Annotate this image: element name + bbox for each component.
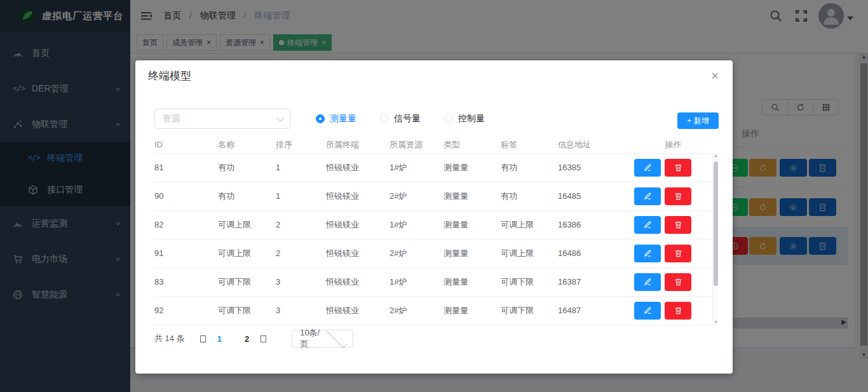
prev-page-button[interactable]	[200, 335, 206, 342]
resource-select[interactable]: 资源	[154, 109, 290, 129]
radio-label: 控制量	[458, 113, 485, 125]
chevron-down-icon	[327, 327, 348, 348]
cell-terminal: 恒锐镁业	[326, 210, 390, 239]
cell-tag: 可调下限	[501, 267, 558, 296]
cell-tag: 有功	[501, 182, 558, 210]
pagination-total: 共 14 条	[154, 333, 185, 344]
edit-button[interactable]	[634, 245, 661, 262]
radio-label: 信号量	[394, 113, 421, 125]
cell-resource: 2#炉	[390, 182, 444, 210]
col-header-id: ID	[154, 137, 218, 153]
edit-button[interactable]	[634, 302, 661, 320]
cell-terminal: 恒锐镁业	[326, 239, 390, 267]
cell-type: 测量量	[444, 296, 501, 325]
radio-label: 测量量	[330, 113, 356, 125]
page-size-select[interactable]: 10条/页	[292, 330, 353, 348]
terminal-model-table: ID 名称 排序 所属终端 所属资源 类型 标签 信息地址 操作 81 有功	[154, 137, 718, 325]
radio-signal[interactable]: 信号量	[380, 113, 421, 125]
cell-id: 92	[154, 296, 218, 325]
cell-tag: 可调下限	[501, 296, 558, 325]
cell-tag: 有功	[501, 153, 558, 182]
table-scrollbar[interactable]: ▲ ▼	[712, 153, 718, 325]
scroll-up-icon[interactable]: ▲	[713, 154, 719, 158]
cell-name: 有功	[218, 153, 276, 182]
type-radio-group: 测量量 信号量 控制量	[316, 109, 485, 129]
delete-button[interactable]	[665, 159, 691, 177]
cell-address: 16487	[558, 296, 634, 325]
cell-resource: 1#炉	[390, 267, 444, 296]
edit-button[interactable]	[634, 159, 661, 177]
cell-terminal: 恒锐镁业	[326, 296, 390, 325]
cell-resource: 2#炉	[390, 296, 444, 325]
cell-id: 91	[154, 239, 218, 267]
page-number-2[interactable]: 2	[245, 334, 249, 344]
table-row: 92 可调下限 3 恒锐镁业 2#炉 测量量 可调下限 16487	[154, 296, 712, 325]
cell-terminal: 恒锐镁业	[326, 267, 390, 296]
cell-address: 16386	[558, 210, 634, 239]
cell-order: 2	[276, 239, 326, 267]
cell-order: 1	[276, 153, 326, 182]
cell-address: 16387	[558, 267, 634, 296]
page-number-1[interactable]: 1	[217, 334, 222, 344]
cell-order: 2	[276, 210, 326, 239]
cell-type: 测量量	[444, 267, 501, 296]
terminal-model-dialog: 终端模型 × 资源 测量量 信号量 控制量 + 新增	[135, 60, 733, 374]
app-root: 虚拟电厂运营平台 首页 </> DER管理 物联管理	[0, 0, 868, 392]
cell-id: 83	[154, 267, 218, 296]
table-row: 91 可调上限 2 恒锐镁业 2#炉 测量量 可调上限 16486	[154, 239, 712, 267]
radio-dot-icon	[380, 114, 389, 123]
col-header-tag: 标签	[501, 137, 558, 153]
edit-button[interactable]	[634, 187, 661, 205]
cell-order: 1	[276, 182, 326, 210]
col-header-operation: 操作	[634, 137, 712, 153]
col-header-name: 名称	[218, 137, 276, 153]
scrollbar-thumb[interactable]	[714, 161, 718, 286]
cell-order: 3	[276, 296, 326, 325]
page-size-value: 10条/页	[300, 327, 323, 350]
radio-control[interactable]: 控制量	[444, 113, 485, 125]
delete-button[interactable]	[665, 245, 691, 262]
cell-tag: 可调上限	[501, 210, 558, 239]
close-icon[interactable]: ×	[707, 68, 722, 83]
cell-type: 测量量	[444, 239, 501, 267]
cell-type: 测量量	[444, 210, 501, 239]
next-page-button[interactable]	[261, 335, 266, 342]
table-header-row: ID 名称 排序 所属终端 所属资源 类型 标签 信息地址 操作	[154, 137, 712, 153]
cell-id: 81	[154, 153, 218, 182]
dialog-title: 终端模型	[148, 69, 191, 83]
edit-button[interactable]	[634, 273, 661, 291]
delete-button[interactable]	[665, 273, 691, 291]
edit-button[interactable]	[634, 216, 661, 234]
col-header-terminal: 所属终端	[326, 137, 390, 153]
cell-tag: 可调上限	[501, 239, 558, 267]
cell-name: 可调上限	[218, 239, 276, 267]
cell-type: 测量量	[444, 182, 501, 210]
cell-terminal: 恒锐镁业	[326, 182, 390, 210]
table-row: 90 有功 1 恒锐镁业 2#炉 测量量 有功 16485	[154, 182, 712, 210]
delete-button[interactable]	[665, 302, 691, 320]
cell-address: 16385	[558, 153, 634, 182]
radio-measurement[interactable]: 测量量	[316, 113, 356, 125]
cell-resource: 1#炉	[390, 153, 444, 182]
chevron-down-icon	[276, 114, 285, 122]
cell-name: 可调下限	[218, 267, 276, 296]
add-button[interactable]: + 新增	[677, 112, 719, 129]
select-placeholder: 资源	[163, 113, 276, 125]
delete-button[interactable]	[665, 216, 691, 234]
scroll-down-icon[interactable]: ▼	[713, 320, 719, 324]
cell-name: 可调下限	[218, 296, 276, 325]
cell-order: 3	[276, 267, 326, 296]
cell-resource: 2#炉	[390, 239, 444, 267]
table-row: 81 有功 1 恒锐镁业 1#炉 测量量 有功 16385	[154, 153, 712, 182]
cell-resource: 1#炉	[390, 210, 444, 239]
cell-id: 82	[154, 210, 218, 239]
col-header-address: 信息地址	[558, 137, 634, 153]
cell-id: 90	[154, 182, 218, 210]
radio-dot-icon	[316, 114, 325, 123]
cell-address: 16485	[558, 182, 634, 210]
col-header-order: 排序	[276, 137, 326, 153]
radio-dot-icon	[444, 114, 453, 123]
col-header-resource: 所属资源	[390, 137, 444, 153]
delete-button[interactable]	[665, 187, 691, 205]
pagination: 共 14 条 1 2 10条/页	[154, 330, 353, 348]
